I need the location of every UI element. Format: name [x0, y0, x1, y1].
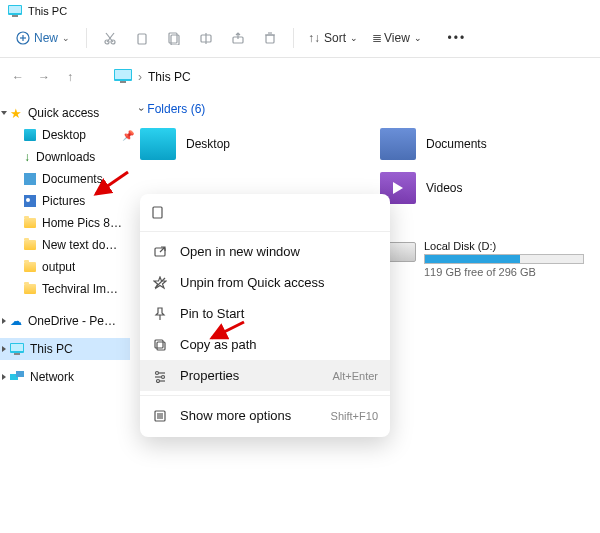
- navbar: ← → ↑ › This PC: [0, 58, 600, 98]
- svg-point-32: [156, 371, 159, 374]
- quick-access-label: Quick access: [28, 106, 99, 120]
- svg-point-34: [162, 375, 165, 378]
- disk-free-text: 119 GB free of 296 GB: [424, 266, 584, 278]
- separator: [293, 28, 294, 48]
- onedrive-label: OneDrive - Pe…: [28, 314, 116, 328]
- svg-rect-30: [155, 340, 163, 348]
- svg-line-9: [106, 33, 113, 42]
- sidebar-item-label: New text do…: [42, 238, 117, 252]
- folder-item-desktop[interactable]: Desktop: [140, 122, 320, 166]
- annotation-arrow: [90, 170, 130, 200]
- svg-line-43: [212, 322, 244, 338]
- folder-item-documents[interactable]: Documents: [380, 122, 560, 166]
- svg-rect-16: [266, 35, 274, 43]
- back-button[interactable]: ←: [10, 70, 26, 84]
- sidebar-onedrive[interactable]: ☁ OneDrive - Pe…: [0, 310, 130, 332]
- ctx-shortcut: Alt+Enter: [332, 370, 378, 382]
- nav-arrows: ← → ↑: [10, 70, 78, 84]
- svg-rect-26: [16, 371, 24, 377]
- more-button[interactable]: •••: [442, 25, 472, 51]
- sort-icon: ↑↓: [308, 31, 320, 45]
- copy-path-icon: [152, 338, 168, 352]
- star-icon: ★: [10, 106, 22, 121]
- sidebar-item-folder[interactable]: output: [0, 256, 130, 278]
- documents-icon: [24, 173, 36, 185]
- sidebar-item-folder[interactable]: New text do…: [0, 234, 130, 256]
- folder-item-videos[interactable]: Videos: [380, 166, 560, 210]
- chevron-down-icon: ⌄: [350, 33, 358, 43]
- ctx-properties[interactable]: Properties Alt+Enter: [140, 360, 390, 391]
- download-icon: ↓: [24, 150, 30, 164]
- ctx-shortcut: Shift+F10: [331, 410, 378, 422]
- svg-point-36: [157, 379, 160, 382]
- documents-folder-icon: [380, 128, 416, 160]
- pictures-icon: [24, 195, 36, 207]
- sidebar-network[interactable]: Network: [0, 366, 130, 388]
- ctx-unpin-quick-access[interactable]: Unpin from Quick access: [140, 267, 390, 298]
- network-icon: [10, 371, 24, 383]
- sidebar: ★ Quick access Desktop 📌 ↓ Downloads Doc…: [0, 98, 130, 533]
- svg-rect-27: [153, 207, 162, 218]
- chevron-down-icon: ⌄: [62, 33, 70, 43]
- thispc-label: This PC: [30, 342, 73, 356]
- sort-label: Sort: [324, 31, 346, 45]
- paste-button[interactable]: [159, 25, 189, 51]
- chevron-down-icon: ⌄: [414, 33, 422, 43]
- sidebar-item-desktop[interactable]: Desktop 📌: [0, 124, 130, 146]
- context-icon-row: [140, 200, 390, 227]
- ctx-open-new-window[interactable]: Open in new window: [140, 236, 390, 267]
- ctx-copy-as-path[interactable]: Copy as path: [140, 329, 390, 360]
- ctx-label: Pin to Start: [180, 306, 244, 321]
- sidebar-item-label: Downloads: [36, 150, 95, 164]
- thispc-icon: [114, 69, 132, 86]
- share-button[interactable]: [223, 25, 253, 51]
- breadcrumb[interactable]: › This PC: [114, 69, 191, 86]
- star-remove-icon: [152, 276, 168, 290]
- cut-button[interactable]: [95, 25, 125, 51]
- copy-icon[interactable]: [150, 209, 166, 223]
- svg-rect-21: [120, 81, 126, 83]
- chevron-right-icon: ›: [138, 70, 142, 84]
- delete-button[interactable]: [255, 25, 285, 51]
- sidebar-thispc[interactable]: This PC: [0, 338, 130, 360]
- view-button[interactable]: ≣ View ⌄: [366, 25, 428, 51]
- thispc-icon: [10, 343, 24, 355]
- ctx-label: Open in new window: [180, 244, 300, 259]
- properties-icon: [152, 369, 168, 383]
- network-label: Network: [30, 370, 74, 384]
- desktop-icon: [24, 129, 36, 141]
- ctx-show-more-options[interactable]: Show more options Shift+F10: [140, 400, 390, 431]
- sidebar-item-label: output: [42, 260, 75, 274]
- sort-button[interactable]: ↑↓ Sort ⌄: [302, 25, 364, 51]
- forward-button[interactable]: →: [36, 70, 52, 84]
- rename-button[interactable]: [191, 25, 221, 51]
- folder-label: Documents: [426, 137, 487, 151]
- sidebar-item-downloads[interactable]: ↓ Downloads: [0, 146, 130, 168]
- new-label: New: [34, 31, 58, 45]
- up-button[interactable]: ↑: [62, 70, 78, 84]
- ctx-label: Properties: [180, 368, 239, 383]
- sidebar-item-folder[interactable]: Techviral Im…: [0, 278, 130, 300]
- folder-icon: [24, 262, 36, 272]
- view-icon: ≣: [372, 31, 380, 45]
- copy-button[interactable]: [127, 25, 157, 51]
- more-icon: [152, 409, 168, 423]
- disk-local-d[interactable]: Local Disk (D:) 119 GB free of 296 GB: [380, 240, 584, 284]
- folders-header[interactable]: › Folders (6): [140, 102, 590, 116]
- sidebar-item-label: Pictures: [42, 194, 85, 208]
- thispc-icon: [8, 5, 22, 17]
- sidebar-quick-access[interactable]: ★ Quick access: [0, 102, 130, 124]
- ctx-pin-to-start[interactable]: Pin to Start: [140, 298, 390, 329]
- open-window-icon: [152, 245, 168, 259]
- sidebar-item-label: Desktop: [42, 128, 86, 142]
- svg-rect-10: [138, 34, 146, 44]
- new-button[interactable]: New ⌄: [8, 25, 78, 51]
- svg-rect-1: [9, 6, 21, 13]
- sidebar-item-folder[interactable]: Home Pics 8…: [0, 212, 130, 234]
- disk-name: Local Disk (D:): [424, 240, 584, 252]
- cloud-icon: ☁: [10, 314, 22, 328]
- context-menu: Open in new window Unpin from Quick acce…: [140, 194, 390, 437]
- svg-rect-23: [11, 344, 23, 351]
- folder-icon: [24, 240, 36, 250]
- window-title: This PC: [28, 5, 67, 17]
